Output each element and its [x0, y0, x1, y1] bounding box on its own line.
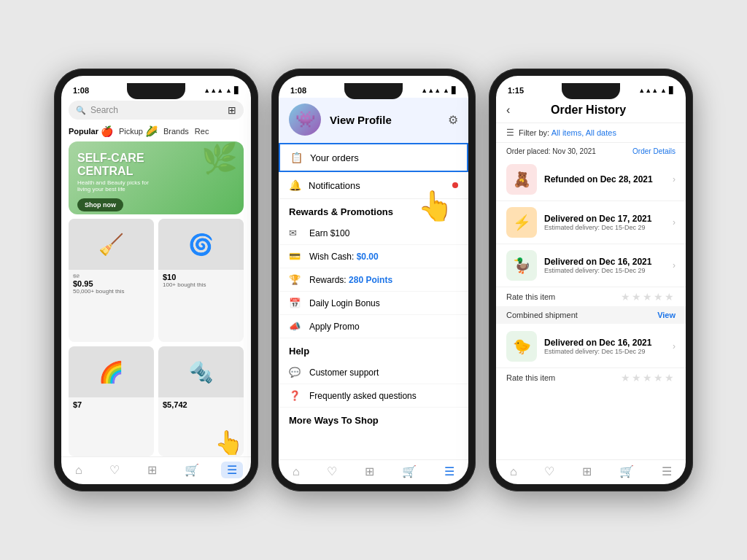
order-thumb-2: ⚡ [506, 207, 537, 238]
product-item-2[interactable]: 🌀 $10 100+ bought this [158, 219, 244, 342]
product-item-3[interactable]: 🌈 $7 [69, 346, 154, 456]
combined-shipment-label: Combined shipment [506, 311, 657, 319]
banner-decoration: 🌿 [201, 141, 238, 176]
notifications-label: Notifications [309, 180, 452, 191]
combined-shipment-row[interactable]: Combined shipment View [496, 306, 686, 324]
faq-icon: ❓ [289, 390, 302, 401]
phone-1-status-icons: ▲▲▲ ▲ ▊ [204, 87, 239, 94]
nav-menu-3[interactable]: ☰ [662, 464, 672, 478]
product-price-4: $5,742 [163, 400, 239, 409]
nav-menu-2[interactable]: ☰ [444, 464, 454, 478]
profile-header: 👾 View Profile ⚙ [279, 98, 468, 143]
nav-wishlist-1[interactable]: ♡ [104, 462, 125, 478]
rewards-value: 280 Points [349, 275, 392, 285]
nav-wishlist-2[interactable]: ♡ [327, 464, 337, 478]
product-image-1: 🧹 [69, 219, 154, 270]
search-bar[interactable]: 🔍 Search ⊞ [69, 101, 244, 120]
order-thumb-1: 🧸 [506, 164, 537, 195]
nav-cart-3[interactable]: 🛒 [619, 464, 634, 478]
stars-2[interactable]: ★★★★★ [621, 372, 676, 384]
categories-row: Popular 🍎 Pickup 🌽 Brands Rec [61, 124, 251, 141]
nav-categories-2[interactable]: ⊞ [365, 464, 374, 478]
signal-icon-2: ▲▲▲ [421, 87, 441, 94]
product-info-1: $2 $0.95 50,000+ bought this [69, 270, 154, 298]
nav-cart-2[interactable]: 🛒 [402, 464, 417, 478]
phones-container: 1:08 ▲▲▲ ▲ ▊ 🔍 Search ⊞ Popular 🍎 [39, 54, 708, 506]
daily-login-item[interactable]: 📅 Daily Login Bonus [279, 292, 468, 315]
apply-promo-label: Apply Promo [309, 322, 360, 332]
notifications-row[interactable]: 🔔 Notifications [279, 172, 468, 199]
back-button[interactable]: ‹ [506, 104, 510, 117]
order-history-header: ‹ Order History [496, 98, 686, 123]
nav-menu-1[interactable]: ☰ [221, 462, 243, 478]
your-orders-row[interactable]: 📋 Your orders [279, 143, 468, 172]
order-item-1[interactable]: 🧸 Refunded on Dec 28, 2021 › [496, 158, 686, 201]
apply-promo-item[interactable]: 📣 Apply Promo [279, 315, 468, 338]
search-input[interactable]: Search [90, 105, 223, 115]
order-status-3: Delivered on Dec 16, 2021 [544, 257, 673, 267]
battery-icon-3: ▊ [669, 87, 674, 94]
order-thumb-4: 🐤 [506, 331, 537, 362]
wish-cash-value: $0.00 [357, 252, 379, 262]
order-info-3: Delivered on Dec 16, 2021 Estimated deli… [544, 257, 673, 274]
battery-icon-2: ▊ [452, 87, 457, 94]
product-item-4[interactable]: 🔩 $5,742 👆 [158, 346, 244, 456]
category-brands[interactable]: Brands [163, 127, 189, 136]
order-item-4[interactable]: 🐤 Delivered on Dec 16, 2021 Estimated de… [496, 325, 686, 368]
nav-categories-1[interactable]: ⊞ [142, 462, 163, 478]
help-section-title: Help [279, 338, 468, 361]
phone-2-status-icons: ▲▲▲ ▲ ▊ [421, 87, 457, 94]
nav-categories-3[interactable]: ⊞ [582, 464, 592, 478]
order-info-4: Delivered on Dec 16, 2021 Estimated deli… [544, 338, 673, 355]
nav-wishlist-3[interactable]: ♡ [544, 464, 554, 478]
product-sold-2: 100+ bought this [163, 281, 239, 288]
order-item-2[interactable]: ⚡ Delivered on Dec 17, 2021 Estimated de… [496, 201, 686, 244]
stars-1[interactable]: ★★★★★ [621, 291, 676, 303]
page-title: Order History [516, 104, 661, 117]
order-item-3[interactable]: 🦆 Delivered on Dec 16, 2021 Estimated de… [496, 244, 686, 287]
rewards-item[interactable]: 🏆 Rewards: 280 Points [279, 268, 468, 292]
category-rec[interactable]: Rec [195, 127, 209, 136]
more-ways-title: More Ways To Shop [279, 408, 468, 430]
nav-home-2[interactable]: ⌂ [293, 465, 300, 478]
gear-icon[interactable]: ⚙ [448, 113, 458, 127]
category-pickup[interactable]: Pickup 🌽 [119, 125, 158, 137]
phone-2-time: 1:08 [290, 86, 306, 95]
phone-1-notch [127, 83, 185, 99]
shop-now-button[interactable]: Shop now [77, 198, 123, 211]
wish-cash-item[interactable]: 💳 Wish Cash: $0.00 [279, 245, 468, 268]
filter-row[interactable]: ☰ Filter by: All items, All dates [496, 123, 686, 143]
signal-icon: ▲▲▲ [204, 87, 223, 94]
filter-icon[interactable]: ⊞ [228, 104, 236, 116]
order-status-2: Delivered on Dec 17, 2021 [544, 214, 673, 224]
order-status-1: Refunded on Dec 28, 2021 [544, 174, 673, 184]
product-item-1[interactable]: 🧹 $2 $0.95 50,000+ bought this [69, 219, 154, 342]
cash-icon: 💳 [289, 251, 302, 262]
nav-cart-1[interactable]: 🛒 [179, 462, 205, 478]
order-date: Order placed: Nov 30, 2021 [506, 147, 596, 155]
earn-100-item[interactable]: ✉ Earn $100 [279, 222, 468, 245]
bottom-nav-1: ⌂ ♡ ⊞ 🛒 ☰ [61, 456, 251, 484]
rewards-icon: 🏆 [289, 274, 302, 285]
signal-icon-3: ▲▲▲ [638, 87, 658, 94]
login-icon: 📅 [289, 298, 302, 308]
wifi-icon-3: ▲ [660, 87, 667, 94]
order-details-link[interactable]: Order Details [632, 147, 676, 155]
home-icon: ⌂ [75, 464, 82, 477]
bottom-nav-2: ⌂ ♡ ⊞ 🛒 ☰ [279, 459, 468, 484]
view-profile-button[interactable]: View Profile [330, 114, 439, 126]
customer-support-item[interactable]: 💬 Customer support [279, 361, 468, 384]
nav-home-1[interactable]: ⌂ [69, 462, 88, 478]
support-icon: 💬 [289, 367, 302, 378]
combined-shipment-view[interactable]: View [657, 311, 676, 319]
rate-item-row-1: Rate this item ★★★★★ [496, 287, 686, 306]
faq-item[interactable]: ❓ Frequently asked questions [279, 384, 468, 408]
category-popular[interactable]: Popular 🍎 [69, 125, 113, 137]
phone-3-notch [562, 83, 620, 99]
rate-item-row-2: Rate this item ★★★★★ [496, 368, 686, 387]
order-info-2: Delivered on Dec 17, 2021 Estimated deli… [544, 214, 673, 231]
search-icon: 🔍 [76, 106, 86, 115]
order-date-row: Order placed: Nov 30, 2021 Order Details [496, 143, 686, 158]
nav-home-3[interactable]: ⌂ [510, 465, 517, 478]
bottom-nav-3: ⌂ ♡ ⊞ 🛒 ☰ [496, 459, 686, 484]
